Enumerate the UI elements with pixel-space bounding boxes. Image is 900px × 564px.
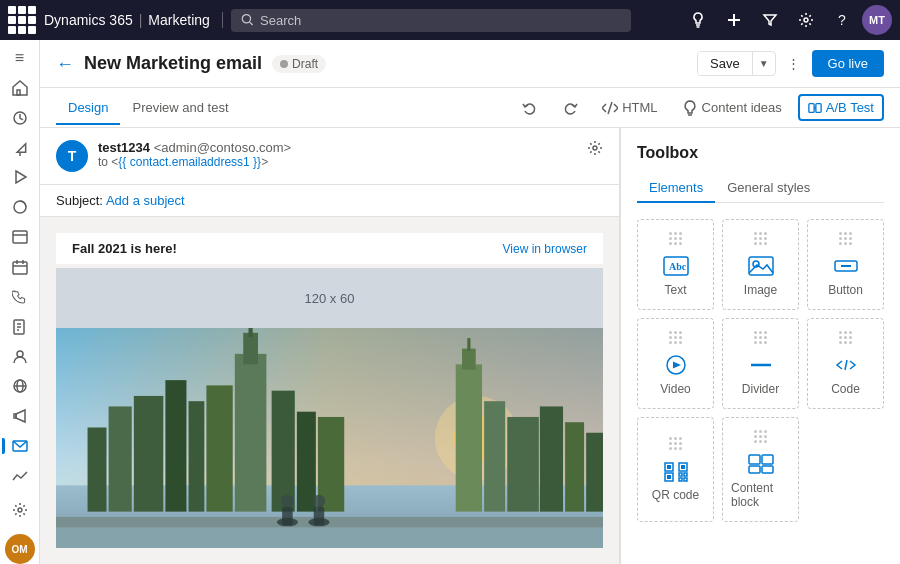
content-ideas-icon — [682, 100, 698, 116]
redo-button[interactable] — [554, 96, 586, 120]
toolbox-tab-elements[interactable]: Elements — [637, 174, 715, 203]
content-ideas-label: Content ideas — [702, 100, 782, 115]
sidebar-item-email[interactable] — [2, 432, 38, 460]
sidebar-item-menu[interactable]: ≡ — [2, 44, 38, 72]
toolbox-item-video[interactable]: Video — [637, 318, 714, 409]
draft-dot — [280, 60, 288, 68]
brand-area: Dynamics 365 | Marketing — [44, 12, 223, 28]
sidebar-item-globe[interactable] — [2, 372, 38, 400]
save-main-button[interactable]: Save — [698, 52, 753, 75]
toolbox-tab-general-styles[interactable]: General styles — [715, 174, 822, 203]
email-placeholder-image: 120 x 60 — [56, 268, 603, 328]
dots-grid — [754, 331, 767, 344]
sender-avatar: T — [56, 140, 88, 172]
filter-icon[interactable] — [754, 4, 786, 36]
sidebar-item-settings[interactable] — [2, 492, 38, 528]
sidebar-item-recent[interactable] — [2, 104, 38, 132]
svg-rect-31 — [816, 103, 821, 112]
svg-rect-30 — [809, 103, 814, 112]
toolbox-item-code[interactable]: Code — [807, 318, 884, 409]
undo-button[interactable] — [514, 96, 546, 120]
sidebar-item-contacts[interactable] — [2, 223, 38, 251]
svg-rect-90 — [762, 466, 773, 473]
svg-line-76 — [845, 360, 847, 370]
ab-test-icon — [808, 101, 822, 115]
toolbox-item-image-label: Image — [744, 283, 777, 297]
email-settings-icon[interactable] — [587, 140, 603, 159]
svg-rect-49 — [297, 412, 316, 512]
svg-rect-66 — [56, 527, 603, 548]
email-from-section: T test1234 <admin@contoso.com> to <{{ co… — [56, 140, 603, 172]
toolbox-item-qr-label: QR code — [652, 488, 699, 502]
toolbox-item-button-label: Button — [828, 283, 863, 297]
svg-rect-47 — [249, 328, 253, 337]
save-dropdown-button[interactable]: ▼ — [753, 54, 775, 73]
email-meta: test1234 <admin@contoso.com> to <{{ cont… — [98, 140, 577, 169]
toolbox-item-qr-code[interactable]: QR code — [637, 417, 714, 522]
svg-marker-10 — [16, 171, 26, 183]
content-ideas-button[interactable]: Content ideas — [674, 96, 790, 120]
svg-text:Abc: Abc — [669, 261, 687, 272]
toolbox-item-content-block[interactable]: Content block — [722, 417, 799, 522]
svg-rect-82 — [667, 475, 671, 479]
toolbox-item-content-block-label: Content block — [731, 481, 790, 509]
image-placeholder-label: 120 x 60 — [305, 291, 355, 306]
toolbox-item-image[interactable]: Image — [722, 219, 799, 310]
search-input[interactable] — [260, 13, 621, 28]
sidebar-item-phone[interactable] — [2, 283, 38, 311]
tab-design[interactable]: Design — [56, 92, 120, 125]
toolbox-item-text-label: Text — [664, 283, 686, 297]
sidebar-item-person[interactable] — [2, 343, 38, 371]
ab-test-button[interactable]: A/B Test — [798, 94, 884, 121]
svg-rect-88 — [762, 455, 773, 464]
svg-rect-69 — [749, 257, 773, 275]
sidebar-item-pinned[interactable] — [2, 134, 38, 162]
tab-preview-test[interactable]: Preview and test — [120, 92, 240, 125]
settings-icon[interactable] — [790, 4, 822, 36]
toolbox-item-divider[interactable]: Divider — [722, 318, 799, 409]
svg-point-27 — [18, 508, 22, 512]
user-avatar[interactable]: MT — [862, 5, 892, 35]
more-options-button[interactable]: ⋮ — [780, 50, 808, 78]
svg-rect-57 — [565, 422, 584, 511]
subject-value[interactable]: Add a subject — [106, 193, 185, 208]
svg-rect-46 — [243, 333, 258, 365]
svg-rect-52 — [462, 349, 476, 370]
content-split: T test1234 <admin@contoso.com> to <{{ co… — [40, 128, 900, 564]
toolbox-grid: Abc Text — [637, 219, 884, 522]
qr-element-icon — [662, 460, 690, 482]
sidebar-item-play[interactable] — [2, 163, 38, 191]
go-live-button[interactable]: Go live — [812, 50, 884, 77]
svg-rect-39 — [88, 427, 107, 511]
ab-test-label: A/B Test — [826, 100, 874, 115]
dots-grid — [669, 437, 682, 450]
sidebar-item-calendar[interactable] — [2, 253, 38, 281]
subject-label: Subject: — [56, 193, 103, 208]
sidebar-item-megaphone[interactable] — [2, 402, 38, 430]
search-bar[interactable] — [231, 9, 631, 32]
html-button[interactable]: HTML — [594, 96, 665, 120]
svg-line-28 — [608, 102, 612, 114]
toolbox-panel: Toolbox Elements General styles — [620, 128, 900, 564]
add-icon[interactable] — [718, 4, 750, 36]
toolbox-item-button[interactable]: Button — [807, 219, 884, 310]
app-switcher[interactable] — [8, 6, 36, 34]
sidebar-item-analytics[interactable] — [2, 462, 38, 490]
help-icon[interactable]: ? — [826, 4, 858, 36]
toolbox-item-code-label: Code — [831, 382, 860, 396]
toolbox-title: Toolbox — [637, 144, 884, 162]
svg-rect-43 — [189, 401, 205, 511]
sidebar-item-segments[interactable] — [2, 193, 38, 221]
email-subject: Subject: Add a subject — [40, 185, 619, 217]
org-avatar[interactable]: OM — [5, 534, 35, 564]
sidebar-item-home[interactable] — [2, 74, 38, 102]
toolbox-item-text[interactable]: Abc Text — [637, 219, 714, 310]
sidebar-item-forms[interactable] — [2, 313, 38, 341]
view-in-browser-link[interactable]: View in browser — [503, 242, 587, 256]
email-to-line: to <{{ contact.emailaddress1 }}> — [98, 155, 577, 169]
back-button[interactable]: ← — [56, 55, 74, 73]
dots-grid — [754, 430, 767, 443]
svg-rect-80 — [681, 465, 685, 469]
toolbox-tabs: Elements General styles — [637, 174, 884, 203]
lightbulb-icon[interactable] — [682, 4, 714, 36]
